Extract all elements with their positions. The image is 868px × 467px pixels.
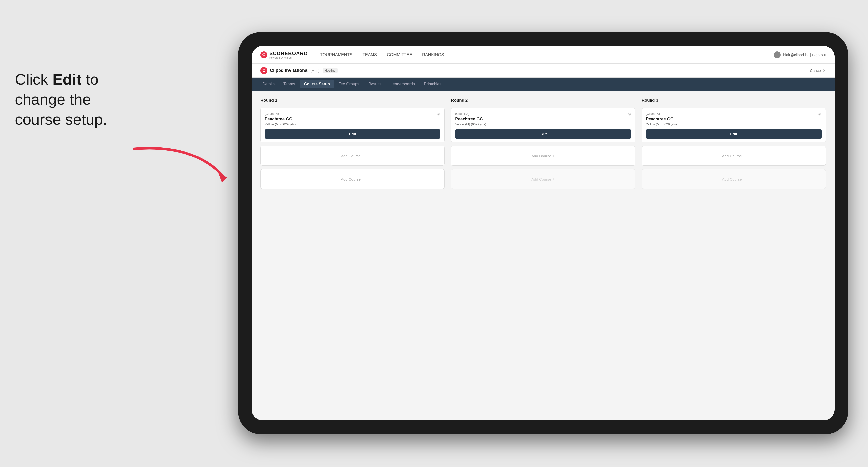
round-3-add-course-1[interactable]: Add Course + [642,146,826,166]
tab-printables[interactable]: Printables [420,80,446,88]
tournament-gender: (Men) [310,69,320,73]
round-1-add-course-1[interactable]: Add Course + [260,146,445,166]
round-1-delete-icon[interactable]: ⊗ [436,111,442,117]
app-sub: Powered by clippd [269,56,308,59]
nav-tournaments[interactable]: TOURNAMENTS [320,51,352,59]
round-2-edit-button[interactable]: Edit [455,129,631,138]
tab-teams[interactable]: Teams [279,80,300,88]
round-3-card-actions: ⊗ [817,111,823,117]
round-1-add-course-label-1: Add Course [341,154,361,158]
hosting-badge: Hosting [323,68,338,73]
round-3-course-name: Peachtree GC [646,117,822,122]
round-3-column: Round 3 (Course A) Peachtree GC Yellow (… [642,98,826,189]
rounds-grid: Round 1 (Course A) Peachtree GC Yellow (… [260,98,826,189]
round-1-header: Round 1 [260,98,445,103]
tablet-screen: C SCOREBOARD Powered by clippd TOURNAMEN… [252,46,835,421]
round-3-add-course-label-1: Add Course [722,154,742,158]
round-2-course-card-wrapper: (Course A) Peachtree GC Yellow (M) (6629… [451,108,635,142]
round-2-course-details: Yellow (M) (6629 yds) [455,122,631,126]
round-2-header: Round 2 [451,98,635,103]
sign-out-link[interactable]: | Sign out [810,53,826,57]
round-2-plus-icon-2: + [552,177,555,181]
round-1-course-details: Yellow (M) (6629 yds) [265,122,440,126]
instruction-bold: Edit [53,71,82,88]
round-1-column: Round 1 (Course A) Peachtree GC Yellow (… [260,98,445,189]
round-3-edit-button[interactable]: Edit [646,129,822,138]
nav-rankings[interactable]: RANKINGS [422,51,444,59]
round-1-add-course-label-2: Add Course [341,177,361,181]
tab-tee-groups[interactable]: Tee Groups [334,80,364,88]
round-1-plus-icon-1: + [362,154,364,158]
logo-text-block: SCOREBOARD Powered by clippd [269,51,308,59]
nav-teams[interactable]: TEAMS [362,51,377,59]
tournament-name: Clippd Invitational [270,68,309,73]
tab-bar: Details Teams Course Setup Tee Groups Re… [252,77,835,91]
main-content: Round 1 (Course A) Peachtree GC Yellow (… [252,91,835,421]
round-3-course-label: (Course A) [646,112,822,116]
sub-header: C Clippd Invitational (Men) Hosting Canc… [252,64,835,77]
main-nav: TOURNAMENTS TEAMS COMMITTEE RANKINGS [320,51,774,59]
user-email: blair@clippd.io [783,53,808,57]
round-2-course-label: (Course A) [455,112,631,116]
arrow-graphic [119,134,243,196]
nav-right: blair@clippd.io | Sign out [774,51,826,58]
round-2-course-card: (Course A) Peachtree GC Yellow (M) (6629… [451,108,635,142]
round-2-add-course-1[interactable]: Add Course + [451,146,635,166]
round-1-course-name: Peachtree GC [265,117,440,122]
tab-details[interactable]: Details [258,80,279,88]
round-2-add-course-2: Add Course + [451,169,635,189]
round-2-column: Round 2 (Course A) Peachtree GC Yellow (… [451,98,635,189]
instruction-text: Click Edit tochange thecourse setup. [15,69,159,129]
logo-c-icon: C [260,51,267,58]
tab-leaderboards[interactable]: Leaderboards [386,80,420,88]
tab-course-setup[interactable]: Course Setup [300,80,334,88]
round-3-course-card-wrapper: (Course A) Peachtree GC Yellow (M) (6629… [642,108,826,142]
top-nav: C SCOREBOARD Powered by clippd TOURNAMEN… [252,46,835,64]
round-3-plus-icon-1: + [743,154,745,158]
round-1-edit-button[interactable]: Edit [265,129,440,138]
tab-results[interactable]: Results [364,80,386,88]
nav-committee[interactable]: COMMITTEE [387,51,412,59]
round-2-add-course-label-1: Add Course [531,154,551,158]
logo-area: C SCOREBOARD Powered by clippd [260,51,308,59]
round-3-course-card: (Course A) Peachtree GC Yellow (M) (6629… [642,108,826,142]
round-2-course-name: Peachtree GC [455,117,631,122]
round-1-course-card: (Course A) Peachtree GC Yellow (M) (6629… [260,108,445,142]
round-2-add-course-label-2: Add Course [531,177,551,181]
round-2-delete-icon[interactable]: ⊗ [626,111,632,117]
round-3-add-course-label-2: Add Course [722,177,742,181]
round-2-card-actions: ⊗ [626,111,632,117]
round-3-add-course-2: Add Course + [642,169,826,189]
round-1-plus-icon-2: + [362,177,364,181]
tournament-logo-icon: C [260,67,267,74]
user-avatar [774,51,781,58]
round-3-course-details: Yellow (M) (6629 yds) [646,122,822,126]
tablet-frame: C SCOREBOARD Powered by clippd TOURNAMEN… [238,32,848,434]
round-3-plus-icon-2: + [743,177,745,181]
round-1-add-course-2[interactable]: Add Course + [260,169,445,189]
round-1-card-actions: ⊗ [436,111,442,117]
cancel-button[interactable]: Cancel ✕ [810,68,826,73]
round-2-plus-icon-1: + [552,154,555,158]
round-3-delete-icon[interactable]: ⊗ [817,111,823,117]
round-1-course-label: (Course A) [265,112,440,116]
round-1-course-card-wrapper: (Course A) Peachtree GC Yellow (M) (6629… [260,108,445,142]
app-name: SCOREBOARD [269,51,308,56]
round-3-header: Round 3 [642,98,826,103]
